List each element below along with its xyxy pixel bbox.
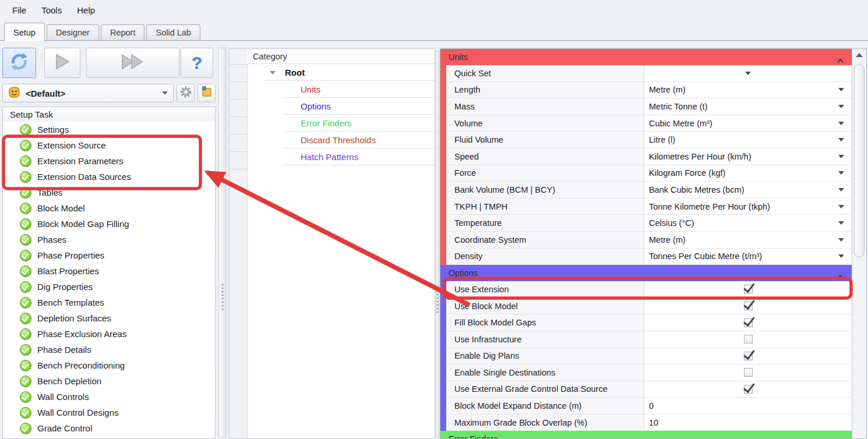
property-value: 0	[649, 401, 654, 410]
task-item-label: Block Model	[37, 203, 85, 213]
chevron-down-icon	[838, 155, 844, 158]
property-editor[interactable]	[644, 298, 852, 314]
task-item-phase-exclusion-areas[interactable]: Phase Exclusion Areas	[3, 326, 215, 342]
run-all-button[interactable]	[86, 48, 179, 78]
property-editor[interactable]: Metric Tonne (t)	[644, 98, 852, 115]
scroll-up-button[interactable]	[852, 49, 866, 61]
property-row-temperature: TemperatureCelsius (°C)	[446, 215, 852, 232]
collapse-arrow-icon[interactable]	[270, 71, 276, 75]
splitter-right[interactable]	[435, 48, 440, 439]
tree-node-units[interactable]: Units	[283, 81, 435, 98]
checkbox-checked-icon[interactable]	[744, 385, 753, 394]
row-indicator-cell	[230, 65, 247, 82]
task-item-label: Bench Preconditioning	[37, 360, 125, 370]
task-item-phases[interactable]: Phases	[3, 232, 215, 247]
check-circle-icon	[20, 423, 31, 434]
menu-item-help[interactable]: Help	[69, 2, 103, 18]
profile-dropdown[interactable]: <Default>	[2, 84, 174, 102]
task-item-phase-properties[interactable]: Phase Properties	[3, 247, 215, 263]
collapse-chevron-icon[interactable]	[837, 55, 844, 59]
tab-report[interactable]: Report	[101, 24, 145, 41]
collapse-chevron-icon[interactable]	[837, 271, 844, 275]
property-editor[interactable]: Bank Cubic Metres (bcm)	[644, 182, 852, 198]
task-item-bench-preconditioning[interactable]: Bench Preconditioning	[3, 357, 215, 373]
property-editor[interactable]: Celsius (°C)	[644, 215, 852, 231]
check-circle-icon	[20, 281, 31, 293]
tree-node-hatch-patterns[interactable]: Hatch Patterns	[283, 148, 435, 165]
checkbox-checked-icon[interactable]	[744, 318, 753, 327]
property-editor[interactable]: Metre (m)	[644, 82, 852, 98]
run-button[interactable]	[44, 48, 80, 78]
category-panel: Category Root UnitsOptionsError FindersD…	[229, 48, 435, 439]
property-editor[interactable]: Metre (m)	[644, 232, 852, 248]
property-editor[interactable]	[644, 65, 852, 82]
task-item-wall-controls[interactable]: Wall Controls	[3, 389, 215, 405]
task-item-label: Phase Details	[37, 345, 91, 355]
property-row-force: ForceKilogram Force (kgf)	[446, 165, 852, 182]
settings-button[interactable]	[177, 84, 195, 102]
tab-designer[interactable]: Designer	[47, 24, 99, 41]
task-item-extension-source[interactable]: Extension Source	[3, 137, 215, 153]
property-grid: UnitsQuick SetLengthMetre (m)MassMetric …	[440, 49, 852, 438]
property-editor[interactable]: Kilometres Per Hour (km/h)	[644, 148, 852, 165]
task-item-block-model-gap-filling[interactable]: Block Model Gap Filling	[3, 216, 215, 232]
property-editor[interactable]: 0	[644, 398, 852, 414]
task-item-wall-control-designs[interactable]: Wall Control Designs	[3, 405, 215, 420]
property-editor[interactable]	[644, 331, 852, 348]
chevron-down-icon	[838, 221, 844, 225]
task-item-phase-details[interactable]: Phase Details	[3, 342, 215, 357]
task-item-dig-properties[interactable]: Dig Properties	[3, 279, 215, 295]
group-header-error-finders[interactable]: Error Finders	[440, 431, 852, 438]
collapse-chevron-icon[interactable]	[837, 437, 844, 438]
checkbox-unchecked-icon[interactable]	[744, 368, 753, 377]
vertical-scrollbar[interactable]	[852, 49, 866, 438]
checkbox-checked-icon[interactable]	[744, 352, 753, 360]
tab-setup[interactable]: Setup	[4, 23, 45, 41]
property-editor[interactable]: Tonne Kilometre Per Hour (tkph)	[644, 199, 852, 215]
task-item-label: Phase Properties	[37, 250, 104, 260]
task-item-tables[interactable]: Tables	[3, 185, 215, 200]
property-editor[interactable]	[644, 281, 852, 298]
task-item-settings[interactable]: Settings	[3, 122, 215, 137]
task-item-depletion-surfaces[interactable]: Depletion Surfaces	[3, 310, 215, 326]
checkbox-checked-icon[interactable]	[744, 285, 753, 293]
checkbox-checked-icon[interactable]	[744, 302, 753, 310]
tree-node-error-finders[interactable]: Error Finders	[283, 115, 435, 132]
task-item-blast-properties[interactable]: Blast Properties	[3, 263, 215, 279]
group-header-units[interactable]: Units	[440, 49, 852, 65]
checkbox-unchecked-icon[interactable]	[744, 335, 753, 344]
property-editor[interactable]	[644, 314, 852, 331]
splitter-left[interactable]	[217, 45, 228, 439]
check-circle-icon	[20, 187, 31, 199]
task-item-bench-depletion[interactable]: Bench Depletion	[3, 373, 215, 389]
refresh-button[interactable]	[2, 48, 36, 78]
refresh-icon	[9, 52, 29, 74]
property-editor[interactable]: Kilogram Force (kgf)	[644, 165, 852, 182]
task-item-extension-data-sources[interactable]: Extension Data Sources	[3, 169, 215, 185]
tree-node-root[interactable]: Root	[264, 64, 435, 81]
notes-button[interactable]	[197, 84, 216, 102]
property-value: Tonne Kilometre Per Hour (tkph)	[649, 202, 770, 211]
group-header-options[interactable]: Options	[440, 265, 852, 281]
property-editor[interactable]	[644, 364, 852, 381]
task-item-bench-templates[interactable]: Bench Templates	[3, 295, 215, 310]
property-editor[interactable]: 10	[644, 415, 852, 431]
property-editor[interactable]: Litre (l)	[644, 132, 852, 148]
menu-item-file[interactable]: File	[5, 2, 34, 18]
menu-item-tools[interactable]: Tools	[34, 2, 69, 18]
category-column-header[interactable]: Category	[247, 49, 435, 64]
tree-node-discard-thresholds[interactable]: Discard Thresholds	[283, 132, 435, 148]
task-item-block-model[interactable]: Block Model	[3, 200, 215, 216]
task-item-extension-parameters[interactable]: Extension Parameters	[3, 153, 215, 169]
tab-solid-lab[interactable]: Solid Lab	[146, 24, 200, 41]
task-item-label: Tables	[37, 187, 62, 197]
scrollbar-thumb[interactable]	[854, 64, 865, 257]
tree-node-options[interactable]: Options	[283, 98, 435, 115]
property-editor[interactable]	[644, 348, 852, 364]
property-editor[interactable]	[644, 381, 852, 398]
check-circle-icon	[20, 313, 31, 324]
help-button[interactable]: ?	[181, 48, 213, 78]
property-editor[interactable]: Cubic Metre (m³)	[644, 115, 852, 132]
property-editor[interactable]: Tonnes Per Cubic Metre (t/m³)	[644, 249, 852, 265]
task-item-grade-control[interactable]: Grade Control	[3, 420, 215, 436]
